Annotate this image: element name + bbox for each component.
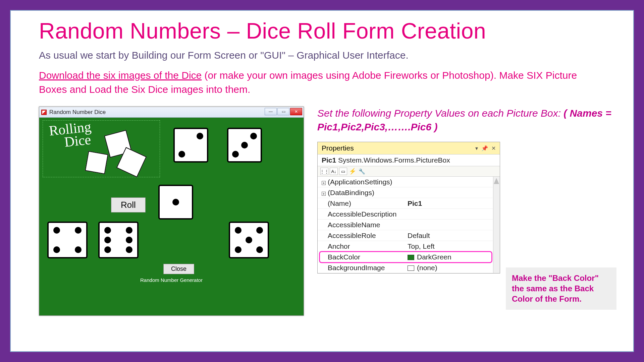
properties-page-icon[interactable]: ▭ bbox=[339, 168, 347, 175]
property-name: AccessibleRole bbox=[328, 232, 376, 239]
property-value[interactable] bbox=[405, 181, 500, 183]
property-row[interactable]: AccessibleRoleDefault bbox=[318, 230, 500, 241]
slide: Random Numbers – Dice Roll Form Creation… bbox=[10, 10, 634, 352]
logo-text: Rolling Dice bbox=[48, 121, 93, 150]
picturebox-pic2[interactable] bbox=[173, 128, 208, 163]
picturebox-pic4[interactable] bbox=[47, 222, 88, 258]
picturebox-pic5[interactable] bbox=[229, 222, 269, 258]
property-value[interactable] bbox=[405, 192, 500, 194]
property-row[interactable]: AccessibleDescription bbox=[318, 209, 500, 220]
close-form-button[interactable]: Close bbox=[163, 264, 194, 274]
winforms-window: Random Number Dice — ▭ ✕ Rolling Dice bbox=[39, 107, 304, 316]
color-swatch-icon bbox=[408, 255, 414, 260]
close-window-button[interactable]: ✕ bbox=[290, 108, 302, 115]
expand-icon[interactable]: + bbox=[322, 192, 326, 196]
footer-label: Random Number Generator bbox=[39, 277, 304, 283]
picturebox-pic3[interactable] bbox=[227, 128, 262, 163]
minimize-button[interactable]: — bbox=[265, 108, 277, 115]
property-row[interactable]: (Name)Pic1 bbox=[318, 198, 500, 209]
window-caption: Random Number Dice bbox=[49, 109, 106, 116]
property-value[interactable]: DarkGreen bbox=[405, 252, 500, 262]
property-value[interactable] bbox=[405, 213, 500, 215]
property-value[interactable] bbox=[405, 224, 500, 226]
property-row[interactable]: BackgroundImage(none) bbox=[318, 262, 500, 273]
maximize-button[interactable]: ▭ bbox=[277, 108, 289, 115]
property-name: BackgroundImage bbox=[328, 264, 385, 272]
titlebar: Random Number Dice — ▭ ✕ bbox=[39, 107, 304, 118]
close-panel-icon[interactable]: ✕ bbox=[491, 145, 496, 152]
properties-object-selector[interactable]: Pic1 System.Windows.Forms.PictureBox bbox=[318, 155, 500, 166]
app-icon bbox=[41, 110, 47, 115]
content-row: Random Number Dice — ▭ ✕ Rolling Dice bbox=[39, 107, 613, 316]
slide-title: Random Numbers – Dice Roll Form Creation bbox=[39, 18, 613, 44]
form-body: Rolling Dice bbox=[39, 118, 304, 315]
property-row[interactable]: +(ApplicationSettings) bbox=[318, 177, 500, 187]
properties-header: Properties ▾ 📌 ✕ bbox=[318, 142, 500, 155]
color-swatch-icon bbox=[408, 265, 414, 271]
backcolor-note: Make the "Back Color" the same as the Ba… bbox=[506, 267, 616, 310]
logo-die-icon bbox=[85, 151, 108, 174]
download-instruction: Download the six images of the Dice (or … bbox=[39, 68, 589, 97]
properties-panel: Properties ▾ 📌 ✕ Pic1 System.Windows.For… bbox=[317, 142, 500, 274]
property-name: (Name) bbox=[328, 199, 351, 207]
properties-title: Properties bbox=[322, 144, 354, 152]
property-value[interactable]: Pic1 bbox=[405, 198, 500, 208]
property-name: AccessibleDescription bbox=[328, 210, 396, 218]
scrollbar[interactable] bbox=[493, 177, 500, 273]
categorized-icon[interactable]: ⋮⋮ bbox=[320, 168, 328, 175]
property-value[interactable]: (none) bbox=[405, 263, 500, 273]
property-row[interactable]: AccessibleName bbox=[318, 220, 500, 230]
events-icon[interactable]: ⚡ bbox=[348, 168, 357, 175]
scroll-up-icon[interactable] bbox=[494, 178, 499, 184]
property-name: (ApplicationSettings) bbox=[328, 178, 392, 186]
property-name: AccessibleName bbox=[328, 221, 380, 229]
property-row[interactable]: BackColorDarkGreen bbox=[318, 252, 500, 262]
expand-icon[interactable]: + bbox=[322, 181, 326, 185]
dropdown-icon[interactable]: ▾ bbox=[475, 145, 478, 152]
window-buttons: — ▭ ✕ bbox=[265, 108, 302, 115]
picturebox-pic6[interactable] bbox=[98, 222, 139, 258]
logo-picturebox[interactable]: Rolling Dice bbox=[43, 120, 160, 177]
properties-toolbar: ⋮⋮ A↓ ▭ ⚡ 🔧 bbox=[318, 166, 500, 177]
download-link[interactable]: Download the six images of the Dice bbox=[39, 70, 202, 81]
property-row[interactable]: +(DataBindings) bbox=[318, 187, 500, 198]
properties-grid[interactable]: +(ApplicationSettings)+(DataBindings)(Na… bbox=[318, 177, 500, 273]
alphabetical-icon[interactable]: A↓ bbox=[330, 168, 338, 175]
right-column: Set the following Property Values on eac… bbox=[317, 107, 613, 274]
property-value[interactable]: Top, Left bbox=[405, 241, 500, 251]
property-name: BackColor bbox=[328, 253, 360, 261]
property-value[interactable]: Default bbox=[405, 231, 500, 241]
property-name: (DataBindings) bbox=[328, 189, 374, 196]
property-instruction: Set the following Property Values on eac… bbox=[317, 107, 613, 134]
wrench-icon[interactable]: 🔧 bbox=[358, 168, 366, 175]
property-name: Anchor bbox=[328, 242, 350, 250]
roll-button[interactable]: Roll bbox=[111, 197, 146, 213]
intro-text: As usual we start by Building our Form S… bbox=[39, 50, 613, 61]
picturebox-pic1[interactable] bbox=[158, 185, 193, 220]
pin-icon[interactable]: 📌 bbox=[481, 145, 488, 152]
property-row[interactable]: AnchorTop, Left bbox=[318, 241, 500, 252]
